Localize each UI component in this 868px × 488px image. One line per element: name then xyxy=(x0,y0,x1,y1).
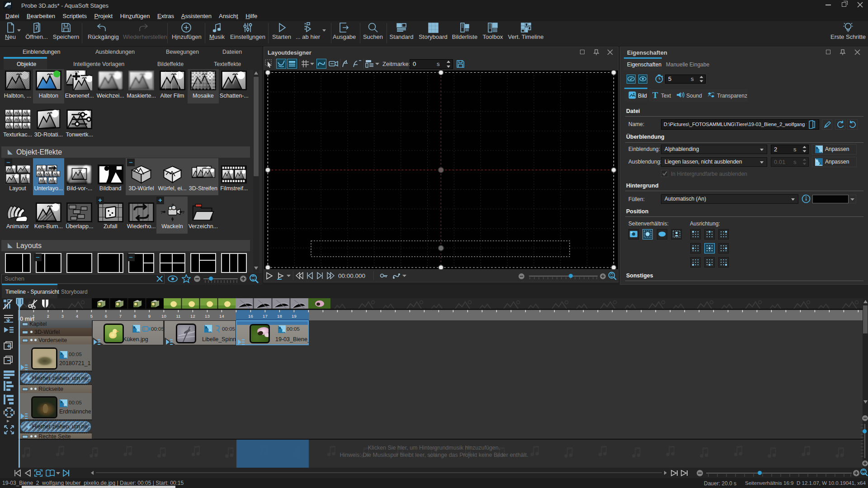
svg-text:12: 12 xyxy=(190,314,195,319)
svg-text:16: 16 xyxy=(248,314,253,319)
svg-text:7: 7 xyxy=(119,314,122,319)
svg-text:A: A xyxy=(819,162,821,165)
svg-text:10: 10 xyxy=(161,314,166,319)
svg-text:17: 17 xyxy=(263,314,268,319)
svg-text:2: 2 xyxy=(47,314,49,319)
svg-text:18: 18 xyxy=(277,314,282,319)
svg-text:14: 14 xyxy=(219,314,224,319)
svg-text:A: A xyxy=(205,326,208,329)
svg-text:8: 8 xyxy=(134,314,136,319)
svg-text:B: B xyxy=(819,150,821,153)
svg-text:B: B xyxy=(137,329,139,332)
svg-text:?: ? xyxy=(171,202,174,207)
svg-text:A: A xyxy=(279,326,281,329)
svg-text:A: A xyxy=(61,352,63,355)
svg-text:3: 3 xyxy=(61,314,64,319)
svg-text:B: B xyxy=(282,329,284,333)
svg-text:5: 5 xyxy=(90,314,93,319)
svg-text:19: 19 xyxy=(292,314,297,319)
svg-text:B: B xyxy=(64,355,66,358)
svg-text:B: B xyxy=(816,159,818,162)
svg-text:4: 4 xyxy=(76,314,78,319)
svg-text:13: 13 xyxy=(205,314,210,319)
svg-text:9: 9 xyxy=(148,314,151,319)
svg-text:A: A xyxy=(133,326,136,329)
svg-text:6: 6 xyxy=(105,314,107,319)
svg-text:A: A xyxy=(61,400,63,404)
svg-text:A: A xyxy=(816,146,818,150)
svg-text:11: 11 xyxy=(176,314,180,319)
svg-text:B: B xyxy=(64,404,66,407)
svg-text:B: B xyxy=(208,329,211,332)
